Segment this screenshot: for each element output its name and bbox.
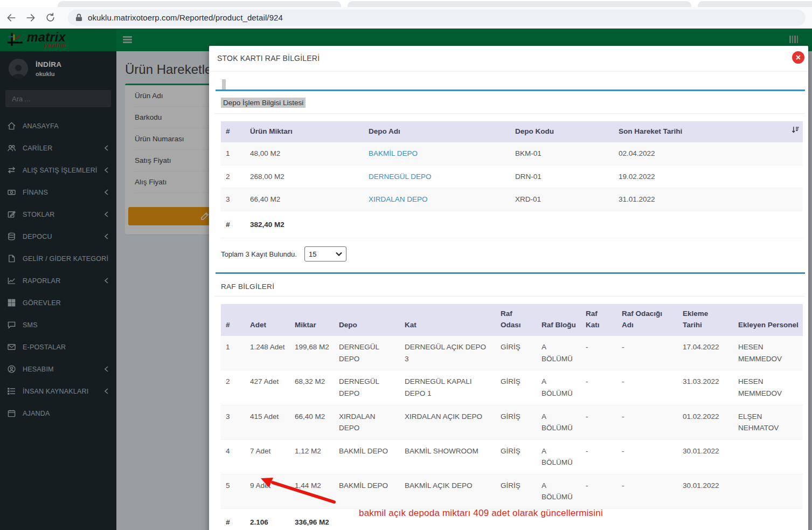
total-cell [678, 509, 733, 530]
table-cell: 268,00 M2 [245, 165, 364, 188]
column-header: Son Hareket Tarihi [614, 121, 787, 142]
table-cell: 66,40 M2 [290, 405, 334, 439]
table-cell [733, 439, 803, 474]
url-text: okuklu.matrixotoerp.com/Reported/product… [88, 13, 283, 22]
table-cell: 199,68 M2 [290, 336, 334, 370]
table-cell: GİRİŞ [496, 336, 537, 370]
table-cell: 66,40 M2 [245, 188, 364, 211]
table-cell: 1,44 M2 [290, 474, 334, 508]
close-icon[interactable]: × [792, 51, 804, 64]
table-cell [787, 188, 803, 211]
table-row: 47 Adet1,12 M2BAKMİL DEPOBAKMİL SHOWROOM… [221, 439, 803, 474]
total-cell [614, 211, 787, 238]
browser-tab[interactable] [348, 1, 691, 7]
address-bar[interactable]: okuklu.matrixotoerp.com/Reported/product… [68, 10, 806, 26]
column-header: Kat [400, 304, 496, 336]
table-cell: GİRİŞ [496, 474, 537, 508]
table-row: 148,00 M2BAKMİL DEPOBKM-0102.04.2022 [221, 142, 803, 165]
table-cell: HESEN MEMMEDOV [733, 370, 803, 405]
back-icon[interactable] [3, 10, 19, 26]
table-cell: - [617, 405, 678, 439]
table-cell: A BÖLÜMÜ [537, 370, 581, 405]
table-cell: 01.02.2022 [678, 405, 733, 439]
table-cell: BAKMİL SHOWROOM [400, 439, 496, 474]
chevron-down-icon [336, 252, 342, 256]
table-cell: - [581, 405, 617, 439]
forward-icon[interactable] [23, 10, 39, 26]
total-cell [364, 211, 510, 238]
table-cell: - [617, 439, 678, 474]
column-header: Ekleme Tarihi [678, 304, 733, 336]
total-cell [617, 509, 678, 530]
table-cell: A BÖLÜMÜ [537, 405, 581, 439]
page-size-select[interactable]: 15 [304, 246, 346, 261]
table-cell: - [581, 370, 617, 405]
table-cell [733, 474, 803, 508]
table-cell: DERNEGÜL DEPO [334, 336, 400, 370]
table-cell: XRD-01 [510, 188, 614, 211]
table-cell: 7 Adet [245, 439, 290, 474]
table-cell: HESEN MEMMEDOV [733, 336, 803, 370]
table-cell: DERNEGÜL DEPO [364, 165, 510, 188]
table-cell: - [581, 439, 617, 474]
stok-karti-modal: STOK KARTI RAF BİLGİLERİ × Depo İşlem Bi… [209, 46, 808, 530]
raf-table: #AdetMiktarDepoKatRaf OdasıRaf BloğuRaf … [221, 304, 803, 530]
depo-link[interactable]: BAKMİL DEPO [369, 149, 418, 157]
column-header: Raf Katı [581, 304, 617, 336]
table-cell: 5 [221, 474, 245, 508]
column-header: # [221, 121, 245, 142]
depo-table: #Ürün MiktarıDepo AdıDepo KoduSon Hareke… [221, 121, 803, 238]
column-header: Ekleyen Personel [733, 304, 803, 336]
browser-tab[interactable] [58, 1, 341, 7]
table-cell: BAKMİL DEPO [364, 142, 510, 165]
resize-handle[interactable] [222, 79, 226, 90]
column-header: Depo Adı [364, 121, 510, 142]
table-cell: BKM-01 [510, 142, 614, 165]
modal-title: STOK KARTI RAF BİLGİLERİ [217, 54, 320, 63]
table-cell [787, 165, 803, 188]
total-cell: 2.106 Adet [245, 509, 290, 530]
table-cell: 48,00 M2 [245, 142, 364, 165]
table-cell: 1,12 M2 [290, 439, 334, 474]
table-cell: - [581, 474, 617, 508]
table-cell: 1 [221, 142, 245, 165]
total-cell: 336,96 M2 [290, 509, 334, 530]
divider [214, 296, 805, 297]
sort-icon[interactable] [787, 121, 803, 142]
column-header: Depo [334, 304, 400, 336]
column-header: Raf Bloğu [537, 304, 581, 336]
annotation-text: bakmil açık depoda miktarı 409 adet olar… [359, 508, 603, 519]
column-header: Raf Odacığı Adı [617, 304, 678, 336]
table-cell: 30.01.2022 [678, 474, 733, 508]
table-cell: A BÖLÜMÜ [537, 439, 581, 474]
column-header: # [221, 304, 245, 336]
depo-list-label: Depo İşlem Bilgisi Listesi [221, 98, 306, 108]
reload-icon[interactable] [42, 10, 58, 26]
table-cell: 31.01.2022 [614, 188, 787, 211]
table-row: 59 Adet1,44 M2BAKMİL DEPOBAKMİL AÇIK DEP… [221, 474, 803, 508]
table-cell: BAKMİL DEPO [334, 474, 400, 508]
table-row: 366,40 M2XIRDALAN DEPOXRD-0131.01.2022 [221, 188, 803, 211]
table-cell: ELŞEN NEHMATOV [733, 405, 803, 439]
table-cell: 31.03.2022 [678, 370, 733, 405]
table-cell: BAKMİL DEPO [334, 439, 400, 474]
table-cell: XIRDALAN DEPO [334, 405, 400, 439]
depo-link[interactable]: XIRDALAN DEPO [369, 195, 428, 203]
table-cell: 19.02.2022 [614, 165, 787, 188]
lock-icon [75, 13, 82, 22]
table-cell: GİRİŞ [496, 439, 537, 474]
table-row: 2427 Adet68,32 M2DERNEGÜL DEPODERNEGÜL K… [221, 370, 803, 405]
browser-tab-strip [0, 0, 812, 7]
table-cell: XIRDALAN AÇIK DEPO [400, 405, 496, 439]
total-cell: # [221, 211, 245, 238]
table-cell [787, 142, 803, 165]
total-cell [787, 211, 803, 238]
table-cell: 2 [221, 165, 245, 188]
browser-tab[interactable] [698, 1, 812, 7]
divider-blue [216, 272, 805, 274]
depo-link[interactable]: DERNEGÜL DEPO [369, 173, 432, 181]
table-cell: A BÖLÜMÜ [537, 474, 581, 508]
column-header: Depo Kodu [510, 121, 614, 142]
divider [214, 113, 805, 114]
table-cell: - [617, 370, 678, 405]
